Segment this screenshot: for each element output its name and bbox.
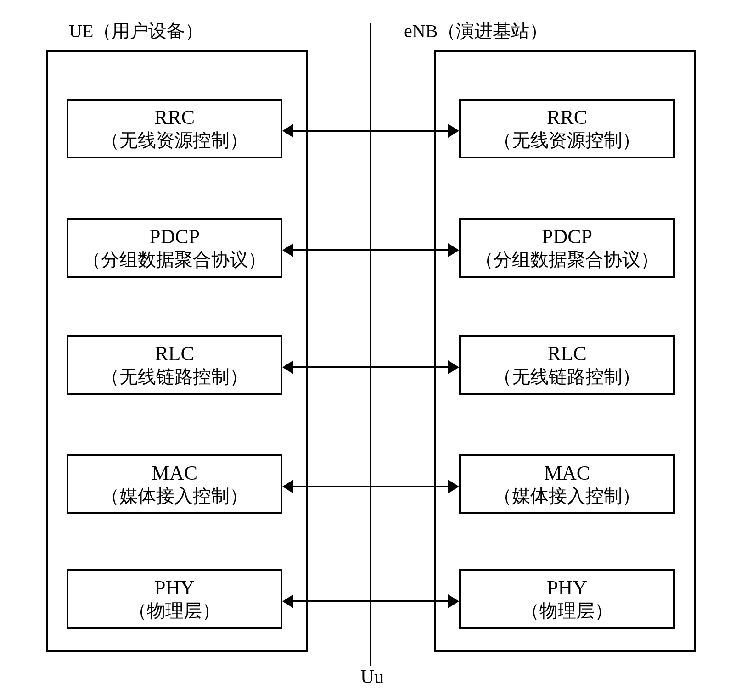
enb-layer-phy: PHY （物理层） xyxy=(459,569,675,629)
layer-abbr: PHY xyxy=(547,576,587,600)
peer-arrow-phy xyxy=(282,594,459,608)
layer-abbr: PDCP xyxy=(542,225,592,249)
layer-desc: （媒体接入控制） xyxy=(494,485,640,507)
arrow-right-icon xyxy=(448,480,459,493)
ue-layer-mac: MAC （媒体接入控制） xyxy=(67,454,282,514)
arrow-line xyxy=(289,366,452,368)
ue-title: UE（用户设备） xyxy=(69,18,203,44)
layer-desc: （无线链路控制） xyxy=(494,366,640,388)
layer-desc: （无线链路控制） xyxy=(101,366,248,388)
enb-layer-pdcp: PDCP （分组数据聚合协议） xyxy=(459,218,675,278)
peer-arrow-pdcp xyxy=(282,243,459,257)
enb-layer-mac: MAC （媒体接入控制） xyxy=(459,454,675,514)
arrow-line xyxy=(289,130,452,132)
layer-abbr: PHY xyxy=(154,576,195,600)
peer-arrow-mac xyxy=(282,480,459,493)
enb-layer-rrc: RRC （无线资源控制） xyxy=(459,99,675,158)
ue-layer-rlc: RLC （无线链路控制） xyxy=(67,335,282,395)
ue-layer-pdcp: PDCP （分组数据聚合协议） xyxy=(67,218,282,278)
layer-abbr: PDCP xyxy=(149,225,200,249)
layer-desc: （物理层） xyxy=(129,600,220,622)
arrow-line xyxy=(289,486,452,487)
layer-desc: （媒体接入控制） xyxy=(101,485,248,507)
diagram-container: UE（用户设备） eNB（演进基站） RRC （无线资源控制） PDCP （分组… xyxy=(14,14,716,686)
layer-abbr: RLC xyxy=(155,342,194,366)
layer-desc: （无线资源控制） xyxy=(494,129,640,151)
layer-desc: （分组数据聚合协议） xyxy=(83,249,266,271)
layer-abbr: RLC xyxy=(547,342,587,366)
layer-desc: （分组数据聚合协议） xyxy=(475,249,659,271)
arrow-line xyxy=(289,600,452,602)
interface-label: Uu xyxy=(360,666,384,688)
arrow-right-icon xyxy=(448,243,459,257)
ue-layer-rrc: RRC （无线资源控制） xyxy=(67,99,282,158)
layer-desc: （无线资源控制） xyxy=(101,129,248,151)
arrow-right-icon xyxy=(448,124,459,138)
enb-layer-rlc: RLC （无线链路控制） xyxy=(459,335,675,395)
layer-abbr: RRC xyxy=(547,106,587,130)
layer-abbr: RRC xyxy=(154,106,195,130)
peer-arrow-rlc xyxy=(282,360,459,374)
ue-layer-phy: PHY （物理层） xyxy=(67,569,282,629)
layer-abbr: MAC xyxy=(544,461,590,486)
peer-arrow-rrc xyxy=(282,124,459,138)
arrow-right-icon xyxy=(448,594,459,608)
arrow-line xyxy=(289,249,452,251)
layer-desc: （物理层） xyxy=(521,600,613,622)
enb-title: eNB（演进基站） xyxy=(404,18,548,44)
uu-interface-line xyxy=(370,23,371,666)
arrow-right-icon xyxy=(448,360,459,374)
layer-abbr: MAC xyxy=(152,461,197,486)
